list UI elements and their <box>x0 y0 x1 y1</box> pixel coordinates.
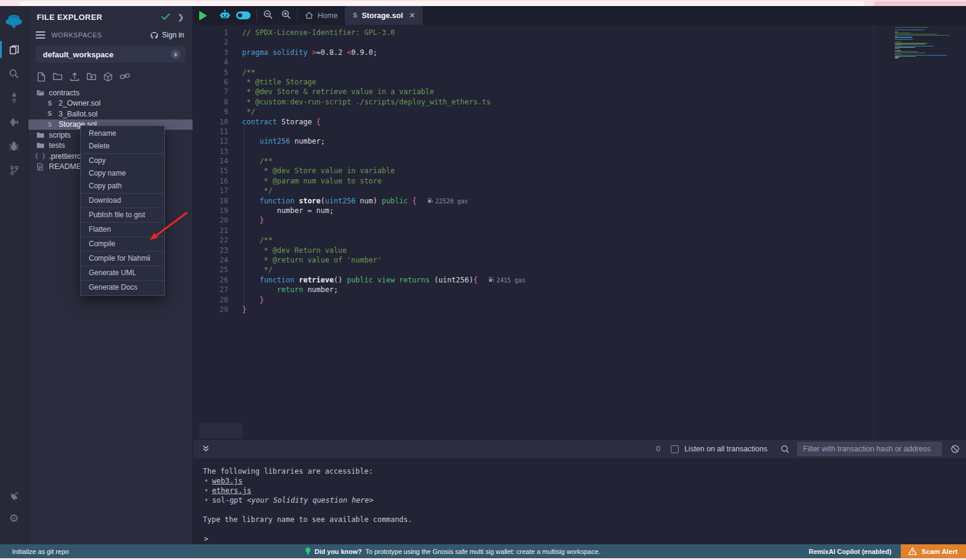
code-line: 26 function retrieve() public view retur… <box>193 275 888 285</box>
workspaces-label: WORKSPACES <box>51 31 150 39</box>
context-menu-item-copy[interactable]: Copy <box>81 154 164 167</box>
code-line: 10contract Storage { <box>193 117 888 127</box>
sidebar-item-settings-icon[interactable]: ⚙ <box>0 507 28 529</box>
code-editor[interactable]: 1// SPDX-License-Identifier: GPL-3.023pr… <box>193 25 966 439</box>
code-line: 18 function store(uint256 num) public {2… <box>193 196 888 206</box>
line-number: 20 <box>193 215 228 225</box>
transaction-count-badge: 0 <box>656 445 661 453</box>
init-git-repo-button[interactable]: Initialize as git repo <box>12 548 69 555</box>
context-menu-item-rename[interactable]: Rename <box>81 127 164 140</box>
context-menu-item-generate-uml[interactable]: Generate UML <box>81 267 164 279</box>
gas-pump-icon <box>427 197 433 206</box>
library-link[interactable]: ethers.js <box>212 486 251 495</box>
context-menu-item-delete[interactable]: Delete <box>81 140 164 153</box>
ai-copilot-toggle[interactable] <box>236 11 251 19</box>
sidebar-item-file-explorer[interactable] <box>0 37 28 62</box>
clear-console-icon[interactable] <box>950 444 960 454</box>
workspace-select[interactable]: default_workspace <box>36 46 185 63</box>
context-menu-item-generate-docs[interactable]: Generate Docs <box>81 281 164 294</box>
context-menu-item-copy-name[interactable]: Copy name <box>81 167 164 180</box>
file-tree-item-2-owner-sol[interactable]: S2_Owner.sol <box>28 98 193 109</box>
code-line: 28 } <box>193 295 888 305</box>
sidebar-item-deploy-run-icon[interactable] <box>0 110 28 134</box>
terminal-line: •ethers.js <box>203 486 966 495</box>
terminal-output: The following libraries are accessible:•… <box>203 466 966 524</box>
tab-home[interactable]: Home <box>298 6 345 25</box>
sidebar-item-git-icon[interactable] <box>0 158 28 182</box>
transaction-filter-input[interactable] <box>797 442 942 456</box>
line-number: 8 <box>193 97 228 107</box>
file-tree-item-3-ballot-sol[interactable]: S3_Ballot.sol <box>28 109 193 119</box>
tab-storage-sol[interactable]: S Storage.sol ✕ <box>345 6 423 25</box>
file-explorer-panel: FILE EXPLORER ❯ WORKSPACES Sign in defau… <box>28 6 193 544</box>
browser-omnibox-sliver <box>19 1 865 6</box>
warning-triangle-icon <box>908 547 917 555</box>
zoom-out-icon[interactable] <box>263 10 273 21</box>
context-menu-item-compile-for-nahmii[interactable]: Compile for Nahmii <box>81 252 164 265</box>
status-bar: Initialize as git repo Did you know? To … <box>0 544 966 558</box>
line-number: 28 <box>193 295 228 305</box>
new-folder-icon[interactable] <box>53 72 63 82</box>
line-number: 11 <box>193 127 228 136</box>
line-number: 6 <box>193 77 228 87</box>
terminal-search-icon[interactable] <box>781 445 790 454</box>
chevron-right-icon[interactable]: ❯ <box>178 13 184 22</box>
code-line: 22 /** <box>193 235 888 245</box>
tab-home-label: Home <box>318 11 337 20</box>
sidebar-item-search-icon[interactable] <box>0 62 28 86</box>
solidity-icon: S <box>45 110 54 118</box>
code-line: 24 * @return value of 'number' <box>193 255 888 265</box>
copilot-status[interactable]: RemixAI Copilot (enabled) <box>808 548 891 555</box>
zoom-in-icon[interactable] <box>281 10 291 21</box>
workspaces-menu-icon[interactable] <box>36 30 45 40</box>
context-menu-divider <box>81 266 164 266</box>
line-number: 14 <box>193 156 228 166</box>
line-number: 22 <box>193 235 228 245</box>
code-line: 25 */ <box>193 265 888 275</box>
code-line: 15 * @dev Store value in variable <box>193 166 888 176</box>
expand-terminal-icon[interactable] <box>202 444 210 454</box>
tab-storage-label: Storage.sol <box>362 11 403 20</box>
close-tab-icon[interactable]: ✕ <box>409 11 415 20</box>
run-script-play-icon[interactable] <box>199 11 207 21</box>
listen-transactions-label: Listen on all transactions <box>684 445 767 453</box>
context-menu-item-copy-path[interactable]: Copy path <box>81 180 164 192</box>
minimap[interactable] <box>895 27 959 59</box>
import-link-icon[interactable] <box>120 72 130 82</box>
sidebar-item-solidity-compiler-icon[interactable] <box>0 86 28 110</box>
terminal-prompt[interactable]: > <box>204 534 208 544</box>
context-menu-item-download[interactable]: Download <box>81 194 164 207</box>
sidebar-item-debugger-icon[interactable] <box>0 134 28 158</box>
sidebar-item-plugin-manager-icon[interactable] <box>0 486 28 507</box>
gas-estimate-badge: 22520 gas <box>427 197 468 206</box>
line-number: 1 <box>193 28 228 37</box>
ai-robot-icon[interactable] <box>219 10 231 22</box>
workspace-name: default_workspace <box>43 50 171 59</box>
library-link[interactable]: web3.js <box>212 477 243 485</box>
scam-alert-button[interactable]: Scam Alert <box>901 544 966 558</box>
context-menu-item-compile[interactable]: Compile <box>81 238 164 250</box>
sign-in-button[interactable]: Sign in <box>150 31 184 39</box>
context-menu-item-publish-file-to-gist[interactable]: Publish file to gist <box>81 209 164 221</box>
code-line: 21 <box>193 226 888 235</box>
listen-transactions-checkbox[interactable] <box>671 445 679 453</box>
folder-open-icon <box>36 89 45 97</box>
context-menu-divider <box>81 193 164 194</box>
context-menu-item-flatten[interactable]: Flatten <box>81 223 164 236</box>
editor-area: Home S Storage.sol ✕ 1// SPDX-License-Id… <box>193 6 966 544</box>
tip-bold: Did you know? <box>315 548 362 555</box>
file-tree-item-contracts[interactable]: contracts <box>28 88 193 98</box>
line-number: 18 <box>193 196 228 206</box>
browser-top-edge <box>0 0 966 6</box>
line-number: 10 <box>193 117 228 127</box>
new-file-icon[interactable] <box>37 72 46 82</box>
line-number: 7 <box>193 87 228 97</box>
upload-folder-icon[interactable] <box>86 72 97 82</box>
code-line: 17 */ <box>193 186 888 196</box>
terminal-body[interactable]: The following libraries are accessible:•… <box>193 459 966 544</box>
terminal-line: The following libraries are accessible: <box>203 466 966 476</box>
remix-logo-icon[interactable] <box>0 6 28 37</box>
remix-ide-window: ⚙ FILE EXPLORER ❯ WORKSPACES Sign in <box>0 0 966 560</box>
upload-file-icon[interactable] <box>69 72 80 82</box>
ipfs-box-icon[interactable] <box>103 72 113 82</box>
